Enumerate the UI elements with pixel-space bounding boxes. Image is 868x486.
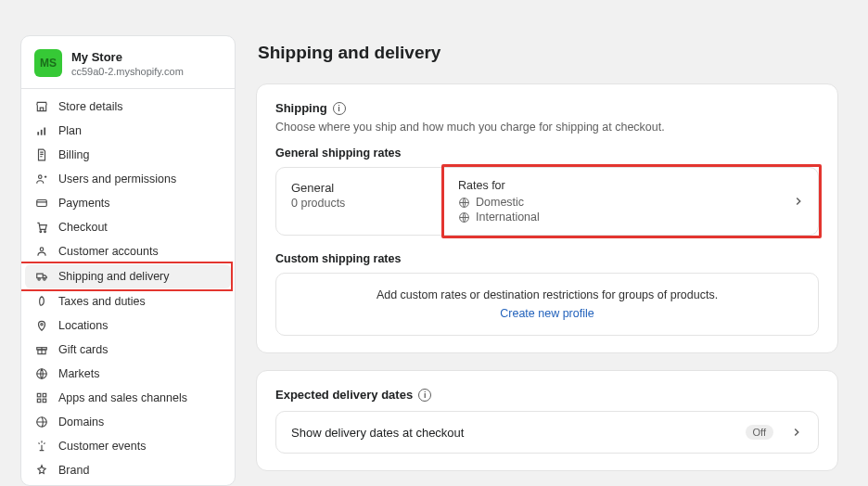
sidebar-item-label: Shipping and delivery (58, 270, 170, 283)
store-header: MS My Store cc59a0-2.myshopify.com (21, 36, 235, 89)
settings-sidebar: MS My Store cc59a0-2.myshopify.com Store… (20, 35, 236, 486)
svg-rect-17 (43, 399, 46, 403)
plan-icon (34, 123, 49, 138)
svg-point-5 (40, 231, 42, 233)
settings-nav: Store details Plan Billing Users and per… (21, 89, 235, 486)
rates-row-international: International (458, 211, 781, 224)
pin-icon (34, 318, 49, 333)
sidebar-item-plan[interactable]: Plan (25, 119, 231, 143)
store-avatar: MS (34, 49, 62, 77)
chevron-right-icon (792, 195, 805, 208)
cart-icon (34, 220, 49, 235)
custom-rates-label: Custom shipping rates (275, 252, 819, 265)
globe-icon (458, 197, 470, 209)
svg-point-10 (41, 324, 43, 326)
sidebar-item-gift-cards[interactable]: Gift cards (25, 338, 231, 362)
general-rate-box[interactable]: General 0 products Rates for Domestic In… (275, 167, 819, 236)
sidebar-item-label: Billing (58, 148, 89, 161)
svg-point-7 (40, 248, 44, 251)
svg-point-8 (38, 278, 40, 280)
page-title: Shipping and delivery (258, 43, 838, 63)
shipping-description: Choose where you ship and how much you c… (275, 121, 819, 134)
svg-rect-14 (37, 393, 41, 397)
sidebar-item-highlight: Shipping and delivery (25, 264, 231, 288)
person-icon (34, 244, 49, 259)
rates-row-domestic: Domestic (458, 196, 781, 209)
info-icon[interactable]: i (418, 389, 431, 402)
taxes-icon (34, 294, 49, 309)
sidebar-item-customer-events[interactable]: Customer events (25, 434, 231, 458)
sidebar-item-label: Payments (58, 197, 110, 210)
gift-icon (34, 342, 49, 357)
svg-point-9 (44, 278, 45, 280)
svg-point-3 (39, 175, 43, 179)
sidebar-item-label: Customer events (58, 440, 146, 453)
custom-rates-box: Add custom rates or destination restrict… (275, 273, 819, 336)
sidebar-item-users[interactable]: Users and permissions (25, 167, 231, 191)
chevron-right-icon (790, 426, 803, 439)
sidebar-item-label: Domains (58, 416, 104, 428)
create-profile-link[interactable]: Create new profile (500, 307, 594, 320)
svg-rect-4 (37, 200, 47, 207)
main-content: Shipping and delivery Shipping i Choose … (247, 7, 868, 486)
svg-rect-2 (44, 128, 45, 135)
sidebar-item-label: Customer accounts (58, 245, 159, 258)
general-sub: 0 products (291, 197, 428, 210)
rates-row-label: International (476, 211, 540, 224)
sidebar-item-billing[interactable]: Billing (25, 143, 231, 167)
sidebar-item-taxes[interactable]: Taxes and duties (25, 289, 231, 313)
delivery-dates-row[interactable]: Show delivery dates at checkout Off (275, 411, 819, 454)
store-domain: cc59a0-2.myshopify.com (71, 66, 184, 77)
sidebar-item-label: Checkout (58, 221, 108, 234)
rates-row-label: Domestic (476, 196, 524, 209)
info-icon[interactable]: i (333, 102, 346, 115)
sidebar-item-checkout[interactable]: Checkout (25, 215, 231, 239)
billing-icon (34, 147, 49, 162)
truck-icon (34, 269, 49, 284)
sidebar-item-label: Apps and sales channels (58, 391, 187, 404)
globe-icon (458, 211, 470, 224)
svg-rect-1 (41, 130, 43, 135)
toggle-state: Off (746, 425, 773, 440)
sidebar-item-label: Users and permissions (58, 173, 176, 185)
general-cell: General 0 products (276, 168, 443, 235)
sidebar-item-label: Markets (58, 367, 99, 380)
sidebar-item-apps[interactable]: Apps and sales channels (25, 386, 231, 410)
sidebar-item-label: Taxes and duties (58, 295, 146, 308)
store-icon (34, 99, 49, 114)
brand-icon (34, 463, 49, 478)
apps-icon (34, 390, 49, 405)
general-title: General (291, 181, 428, 195)
sidebar-item-brand[interactable]: Brand (25, 458, 231, 482)
users-icon (34, 172, 49, 186)
svg-rect-16 (37, 399, 41, 403)
shipping-heading: Shipping (275, 101, 327, 115)
events-icon (34, 439, 49, 454)
sidebar-item-domains[interactable]: Domains (25, 410, 231, 434)
svg-point-6 (45, 231, 46, 233)
sidebar-item-label: Plan (58, 124, 82, 137)
sidebar-item-store-details[interactable]: Store details (25, 95, 231, 119)
svg-rect-15 (43, 393, 46, 397)
sidebar-item-shipping[interactable]: Shipping and delivery (25, 264, 231, 288)
sidebar-item-label: Store details (58, 100, 122, 113)
globe-icon (34, 366, 49, 381)
sidebar-item-payments[interactable]: Payments (25, 191, 231, 215)
sidebar-item-label: Locations (58, 319, 108, 332)
payments-icon (34, 196, 49, 211)
sidebar-item-markets[interactable]: Markets (25, 362, 231, 386)
sidebar-item-locations[interactable]: Locations (25, 313, 231, 338)
shipping-card: Shipping i Choose where you ship and how… (256, 83, 838, 353)
store-name: My Store (71, 50, 184, 64)
sidebar-item-label: Gift cards (58, 343, 108, 356)
rates-title: Rates for (458, 179, 781, 192)
svg-rect-0 (37, 132, 39, 135)
expected-card: Expected delivery dates i Show delivery … (256, 370, 838, 471)
sidebar-item-customer-accounts[interactable]: Customer accounts (25, 239, 231, 263)
delivery-dates-label: Show delivery dates at checkout (291, 426, 464, 440)
general-rates-label: General shipping rates (275, 147, 819, 160)
expected-heading: Expected delivery dates (275, 388, 413, 402)
sidebar-item-label: Brand (58, 464, 89, 477)
rates-cell: Rates for Domestic International (443, 168, 818, 235)
custom-rates-text: Add custom rates or destination restrict… (291, 288, 803, 301)
